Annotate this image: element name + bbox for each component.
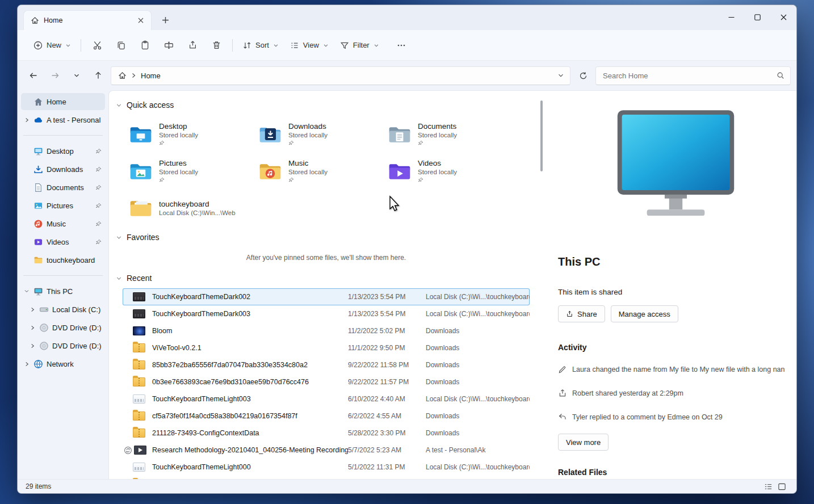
- recent-row[interactable]: 211128-73493-ConfigContextData 5/28/2022…: [123, 425, 530, 442]
- breadcrumb[interactable]: Home: [141, 72, 161, 80]
- minimize-button[interactable]: [718, 5, 744, 29]
- refresh-button[interactable]: [574, 66, 592, 85]
- cut-button[interactable]: [85, 35, 109, 56]
- search-icon[interactable]: [777, 72, 784, 79]
- view-button[interactable]: View: [284, 37, 334, 54]
- vertical-scrollbar[interactable]: [538, 91, 546, 479]
- new-tab-button[interactable]: [156, 11, 174, 29]
- file-date: 6/2/2022 4:55 AM: [348, 412, 426, 420]
- recent-row[interactable]: TouchKeyboardThemeLight003 6/10/2022 4:4…: [123, 390, 530, 408]
- sidebar-item-dvd-drive-d-cc[interactable]: DVD Drive (D:) CC: [21, 319, 105, 336]
- tile-videos[interactable]: Videos Stored locally: [387, 153, 517, 190]
- recent-locations-button[interactable]: [68, 66, 86, 85]
- delete-button[interactable]: [204, 35, 228, 56]
- forward-button[interactable]: [46, 66, 64, 85]
- sidebar-item-touchkeyboard[interactable]: touchkeyboard: [21, 251, 105, 268]
- rename-button[interactable]: [157, 35, 181, 56]
- file-name: TouchKeyboardThemeLight000: [152, 463, 348, 471]
- address-dropdown-icon[interactable]: [557, 72, 564, 79]
- tile-subtitle: Stored locally: [159, 131, 198, 139]
- zip-folder-icon: [133, 429, 145, 438]
- tile-documents[interactable]: Documents Stored locally: [387, 116, 517, 153]
- new-button[interactable]: New: [28, 37, 77, 54]
- filter-button[interactable]: Filter: [334, 37, 385, 54]
- address-bar[interactable]: Home: [111, 66, 570, 85]
- recent-row[interactable]: Research Methodology-20210401_040256-Mee…: [123, 442, 530, 459]
- recent-row[interactable]: 0b3ee7663893cae76e9bd310aee59b70d76cc476…: [123, 373, 530, 390]
- sidebar-item-pictures[interactable]: Pictures: [21, 197, 105, 214]
- recent-row[interactable]: cf5a73fe0f1f4a0cd58a38b04219a0167354f87f…: [123, 408, 530, 425]
- recent-row[interactable]: ViVeTool-v0.2.1 11/1/2022 9:50 PM Downlo…: [123, 339, 530, 356]
- tile-name: touchkeyboard: [159, 200, 236, 209]
- tile-subtitle: Stored locally: [288, 131, 328, 139]
- copy-icon: [116, 40, 126, 50]
- up-button[interactable]: [89, 66, 107, 85]
- file-date: 5/7/2022 5:23 AM: [348, 446, 426, 454]
- sidebar-item-home[interactable]: Home: [21, 93, 105, 110]
- more-options-button[interactable]: [389, 35, 413, 56]
- tile-pictures[interactable]: Pictures Stored locally: [128, 153, 258, 190]
- manage-access-button[interactable]: Manage access: [611, 305, 678, 322]
- share-button-toolbar[interactable]: [181, 35, 204, 56]
- section-recent[interactable]: Recent: [115, 271, 538, 285]
- recent-row[interactable]: TouchKeyboardThemeDark002 1/13/2023 5:54…: [123, 288, 530, 305]
- tile-downloads[interactable]: Downloads Stored locally: [258, 116, 387, 153]
- share-button[interactable]: Share: [558, 305, 605, 322]
- tile-subtitle: Stored locally: [159, 168, 198, 176]
- recent-row[interactable]: TouchKeyboardThemeDark003 1/13/2023 5:54…: [123, 305, 530, 322]
- tile-music[interactable]: Music Stored locally: [258, 153, 387, 190]
- new-plus-icon: [33, 41, 43, 50]
- paste-button[interactable]: [133, 35, 157, 56]
- sidebar-item-music[interactable]: Music: [21, 215, 105, 232]
- sidebar-item-local-disk-c[interactable]: Local Disk (C:): [21, 301, 105, 318]
- sidebar-item-downloads[interactable]: Downloads: [21, 161, 105, 178]
- recent-row[interactable]: TouchKeyboardThemeLight000 5/1/2022 11:3…: [123, 459, 530, 476]
- address-row: Home: [18, 61, 796, 90]
- dvd-icon: [39, 341, 49, 351]
- tab-close-icon[interactable]: [135, 15, 146, 26]
- file-location: Local Disk (C:)\Wi...\touchkeyboard: [426, 310, 530, 318]
- pin-icon: [418, 177, 423, 183]
- sidebar-item-onedrive[interactable]: A test - Personal: [21, 111, 105, 128]
- activity-item: Robert shared yesterday at 2:29pm: [558, 385, 793, 401]
- sidebar-item-this-pc[interactable]: This PC: [21, 283, 105, 300]
- view-more-button[interactable]: View more: [558, 434, 609, 451]
- sidebar-item-desktop[interactable]: Desktop: [21, 142, 105, 159]
- sidebar-item-documents[interactable]: Documents: [21, 179, 105, 196]
- activity-header: Activity: [558, 343, 793, 354]
- file-location: Local Disk (C:)\Wi...\touchkeyboard: [426, 463, 530, 471]
- items-view: Quick access Desktop Stored locally: [109, 91, 538, 479]
- sidebar-item-network[interactable]: Network: [21, 355, 105, 372]
- paste-icon: [140, 40, 150, 50]
- activity-item: Laura changed the name from My file to M…: [558, 362, 793, 377]
- quick-access-header: Quick access: [127, 100, 174, 110]
- chevron-right-icon: [24, 117, 30, 123]
- sort-button[interactable]: Sort: [237, 37, 284, 54]
- chevron-right-icon: [30, 325, 35, 331]
- section-quick-access[interactable]: Quick access: [115, 98, 538, 112]
- sidebar-item-videos[interactable]: Videos: [21, 233, 105, 250]
- recent-row[interactable]: Bloom 11/2/2022 5:02 PM Downloads: [123, 322, 530, 339]
- tile-touchkeyboard[interactable]: touchkeyboard Local Disk (C:)\Win...\Web: [128, 190, 258, 226]
- activity-text: Tyler replied to a comment by Edmee on O…: [572, 413, 723, 421]
- details-view-toggle[interactable]: [761, 481, 775, 492]
- maximize-button[interactable]: [744, 5, 770, 29]
- search-input[interactable]: [603, 72, 777, 80]
- sidebar-item-dvd-drive-d-ccc[interactable]: DVD Drive (D:) CCC: [21, 337, 105, 354]
- manage-access-label: Manage access: [619, 310, 670, 318]
- thumbnails-view-toggle[interactable]: [775, 481, 788, 492]
- section-favorites[interactable]: Favorites: [115, 230, 538, 245]
- scrollbar-thumb[interactable]: [540, 100, 543, 171]
- rename-icon: [164, 40, 174, 50]
- back-button[interactable]: [24, 66, 43, 85]
- view-button-label: View: [303, 41, 319, 49]
- recent-row[interactable]: 85bb37e2ba65556f7da07047bab330e3534c80a2…: [123, 356, 530, 373]
- tab-home[interactable]: Home: [23, 10, 152, 30]
- close-button[interactable]: [770, 5, 796, 29]
- copy-button[interactable]: [109, 35, 133, 56]
- items-count: 29 items: [26, 482, 51, 490]
- file-date: 5/1/2022 11:31 PM: [348, 463, 426, 471]
- tile-desktop[interactable]: Desktop Stored locally: [128, 116, 258, 153]
- search-box[interactable]: [595, 66, 791, 85]
- file-name: 211128-73493-ConfigContextData: [152, 429, 348, 437]
